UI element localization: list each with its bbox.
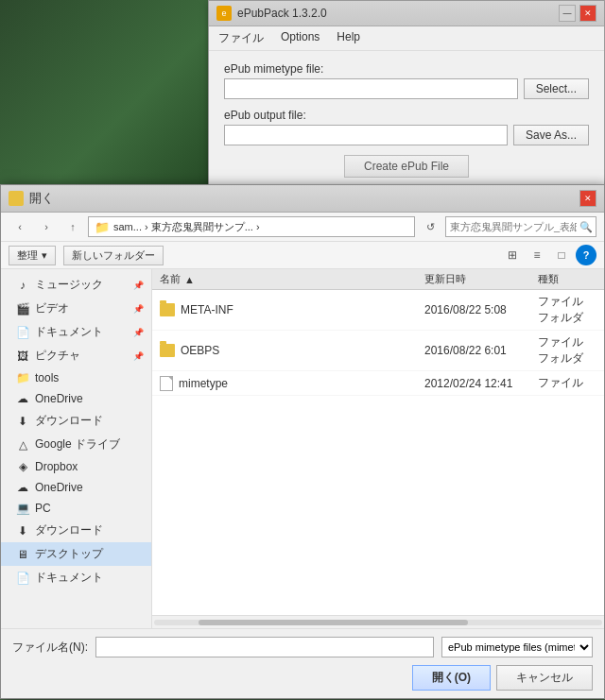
file-date-cell: 2016/08/22 5:08 xyxy=(417,303,530,316)
sidebar-item-googledrive[interactable]: △ Google ドライブ xyxy=(1,433,151,456)
mimetype-input[interactable] xyxy=(224,78,518,99)
folder-icon: 📁 xyxy=(16,371,29,384)
sidebar-item-download2[interactable]: ⬇ ダウンロード xyxy=(1,519,151,542)
filelist-header: 名前 ▲ 更新日時 種類 xyxy=(152,269,604,290)
toolbar-left: 整理 ▾ 新しいフォルダー xyxy=(9,246,164,265)
sidebar-item-label: Google ドライブ xyxy=(35,436,120,452)
column-header-name[interactable]: 名前 ▲ xyxy=(152,272,417,286)
help-button[interactable]: ? xyxy=(576,245,596,265)
mimetype-label: ePub mimetype file: xyxy=(224,62,589,76)
sidebar-item-tools[interactable]: 📁 tools xyxy=(1,367,151,388)
file-type-cell: ファイル フォルダ xyxy=(530,334,604,367)
dialog-actions: 開く(O) キャンセル xyxy=(12,665,593,691)
epub-minimize-button[interactable]: — xyxy=(559,5,576,22)
mimetype-field-group: ePub mimetype file: Select... xyxy=(224,62,589,99)
download2-icon: ⬇ xyxy=(16,524,29,538)
sidebar-item-documents[interactable]: 📄 ドキュメント 📌 xyxy=(1,320,151,344)
output-field-group: ePub output file: Save As... xyxy=(224,109,589,145)
scroll-track xyxy=(154,620,602,625)
pc-icon: 💻 xyxy=(16,502,29,515)
sidebar-item-label: デスクトップ xyxy=(35,546,103,562)
view-details-button[interactable]: ≡ xyxy=(527,245,547,265)
epub-menubar: ファイル Options Help xyxy=(209,26,604,51)
column-header-type[interactable]: 種類 xyxy=(530,272,604,286)
file-date: 2016/08/22 5:08 xyxy=(424,303,507,316)
toolbar-right: ⊞ ≡ □ ? xyxy=(502,245,596,265)
table-row[interactable]: mimetype 2012/02/24 12:41 ファイル xyxy=(152,371,604,396)
dialog-title-area: 開く xyxy=(9,190,54,207)
file-type: ファイル フォルダ xyxy=(538,294,596,326)
sidebar-item-download[interactable]: ⬇ ダウンロード xyxy=(1,409,151,433)
dialog-window-controls: ✕ xyxy=(579,190,596,207)
back-button[interactable]: ‹ xyxy=(9,216,31,237)
googledrive-icon: △ xyxy=(16,438,29,452)
sidebar-item-onedrive2[interactable]: ☁ OneDrive xyxy=(1,477,151,498)
download-icon: ⬇ xyxy=(16,415,29,428)
sidebar-item-label: ダウンロード xyxy=(35,413,103,429)
file-name: META-INF xyxy=(181,303,233,316)
music-icon: ♪ xyxy=(16,279,29,292)
sidebar-item-desktop[interactable]: 🖥 デスクトップ xyxy=(1,542,151,566)
view-grid-button[interactable]: ⊞ xyxy=(502,245,523,265)
filename-input[interactable] xyxy=(95,637,434,657)
dialog-main: ♪ ミュージック 📌 🎬 ビデオ 📌 📄 ドキュメント 📌 🖼 ピクチャ 📌 📁 xyxy=(1,269,604,628)
new-folder-button[interactable]: 新しいフォルダー xyxy=(63,246,164,265)
menu-file[interactable]: ファイル xyxy=(215,28,268,48)
sidebar-item-label: ドキュメント xyxy=(35,570,103,586)
forward-button[interactable]: › xyxy=(35,216,58,237)
epub-close-button[interactable]: ✕ xyxy=(579,5,596,22)
dialog-filelist: 名前 ▲ 更新日時 種類 META-INF 2 xyxy=(152,269,604,628)
file-type: ファイル フォルダ xyxy=(538,334,596,367)
filelist-body: META-INF 2016/08/22 5:08 ファイル フォルダ OEBPS xyxy=(152,290,604,615)
cancel-button[interactable]: キャンセル xyxy=(496,665,593,691)
save-as-button[interactable]: Save As... xyxy=(513,125,589,145)
menu-help[interactable]: Help xyxy=(333,28,364,48)
pin-icon: 📌 xyxy=(133,351,144,361)
dialog-titlebar: 開く ✕ xyxy=(1,185,604,213)
file-date: 2016/08/22 6:01 xyxy=(424,344,507,357)
picture-icon: 🖼 xyxy=(16,350,29,363)
sidebar-item-pictures[interactable]: 🖼 ピクチャ 📌 xyxy=(1,344,151,367)
sidebar-item-label: ダウンロード xyxy=(35,522,103,538)
select-button[interactable]: Select... xyxy=(524,78,589,99)
organize-arrow: ▾ xyxy=(42,249,47,262)
sidebar-item-documents2[interactable]: 📄 ドキュメント xyxy=(1,566,151,589)
sidebar-item-label: OneDrive xyxy=(35,481,83,494)
sidebar-item-video[interactable]: 🎬 ビデオ 📌 xyxy=(1,297,151,320)
sidebar-item-pc[interactable]: 💻 PC xyxy=(1,498,151,519)
filetype-select[interactable]: ePub mimetype files (mimetype xyxy=(441,637,593,657)
table-row[interactable]: META-INF 2016/08/22 5:08 ファイル フォルダ xyxy=(152,290,604,331)
epub-title: ePubPack 1.3.2.0 xyxy=(237,7,327,20)
output-input[interactable] xyxy=(224,125,508,145)
pin-icon: 📌 xyxy=(133,281,144,290)
up-button[interactable]: ↑ xyxy=(61,216,84,237)
document2-icon: 📄 xyxy=(16,572,29,585)
menu-options[interactable]: Options xyxy=(277,28,323,48)
breadcrumb-folder-icon: 📁 xyxy=(95,220,110,234)
sidebar-item-onedrive[interactable]: ☁ OneDrive xyxy=(1,388,151,409)
dialog-close-button[interactable]: ✕ xyxy=(579,190,596,207)
organize-label: 整理 xyxy=(17,248,38,263)
sidebar-item-music[interactable]: ♪ ミュージック 📌 xyxy=(1,273,151,297)
sidebar-item-label: ビデオ xyxy=(35,300,69,316)
epub-app-icon: e xyxy=(216,6,232,21)
refresh-button[interactable]: ↺ xyxy=(419,216,441,237)
organize-button[interactable]: 整理 ▾ xyxy=(9,246,56,265)
file-name-cell: META-INF xyxy=(152,303,417,316)
open-button[interactable]: 開く(O) xyxy=(412,665,491,691)
desktop-icon: 🖥 xyxy=(16,548,29,561)
create-epub-button[interactable]: Create ePub File xyxy=(344,155,469,178)
table-row[interactable]: OEBPS 2016/08/22 6:01 ファイル フォルダ xyxy=(152,331,604,371)
dialog-sidebar: ♪ ミュージック 📌 🎬 ビデオ 📌 📄 ドキュメント 📌 🖼 ピクチャ 📌 📁 xyxy=(1,269,152,628)
dialog-title: 開く xyxy=(29,190,54,207)
view-icon-button[interactable]: □ xyxy=(551,245,572,265)
epub-title-area: e ePubPack 1.3.2.0 xyxy=(216,6,327,21)
sidebar-item-dropbox[interactable]: ◈ Dropbox xyxy=(1,456,151,477)
document-icon: 📄 xyxy=(16,326,29,339)
column-header-date[interactable]: 更新日時 xyxy=(417,272,530,286)
sidebar-item-label: tools xyxy=(35,371,59,384)
search-input[interactable] xyxy=(445,216,596,237)
file-icon xyxy=(160,376,173,391)
horizontal-scrollbar[interactable] xyxy=(152,615,604,628)
breadcrumb-bar[interactable]: 📁 sam... › 東方恋鬼異聞サンプ... › xyxy=(88,216,415,237)
